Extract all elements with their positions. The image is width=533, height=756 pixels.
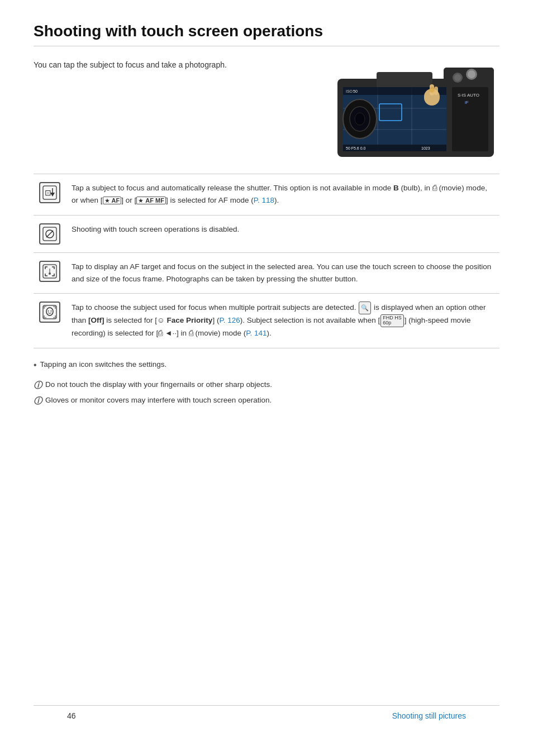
svg-text:50: 50 [353, 89, 358, 93]
link-p141[interactable]: P. 141 [246, 329, 266, 337]
camera-svg: ISO 50 50 F5.6 0.0 1023 S·IS AUTO iF [332, 56, 499, 162]
svg-text:1023: 1023 [421, 146, 430, 150]
bullet-dot: • [34, 358, 37, 372]
touch-af-shutter-icon: ⊡ [39, 182, 60, 203]
link-p118[interactable]: P. 118 [254, 196, 274, 204]
note-icon-2: ⓘ [34, 394, 42, 408]
svg-point-42 [48, 310, 49, 312]
svg-point-43 [51, 310, 52, 312]
link-p126[interactable]: P. 126 [219, 316, 240, 324]
footer-link[interactable]: Shooting still pictures [392, 711, 466, 720]
page-title: Shooting with touch screen operations [34, 22, 499, 46]
svg-point-41 [46, 308, 53, 315]
svg-text:ISO: ISO [346, 89, 353, 93]
note-section: ⓘ Do not touch the display with your fin… [34, 379, 499, 408]
note-icon-1: ⓘ [34, 379, 42, 392]
mode-desc-touch-af: Tap to display an AF target and focus on… [66, 252, 499, 294]
svg-point-20 [355, 113, 365, 125]
bullet-item: • Tapping an icon switches the settings. [34, 358, 499, 372]
bullet-section: • Tapping an icon switches the settings. [34, 358, 499, 372]
intro-text: You can tap the subject to focus and tak… [34, 56, 315, 71]
note-text-1: Do not touch the display with your finge… [45, 379, 272, 391]
page-wrapper: Shooting with touch screen operations Yo… [34, 22, 499, 737]
svg-text:iF: iF [465, 100, 469, 105]
footer-bar: 46 Shooting still pictures [34, 705, 499, 720]
mode-icon-cell [34, 252, 66, 294]
table-row: ⊡ Tap a subject to focus and automatical… [34, 174, 499, 216]
mode-desc-touch-af-shutter: Tap a subject to focus and automatically… [66, 174, 499, 216]
bullet-text: Tapping an icon switches the settings. [40, 358, 167, 371]
table-row: Tap to display an AF target and focus on… [34, 252, 499, 294]
mode-desc-disabled: Shooting with touch screen operations is… [66, 215, 499, 252]
note-item-2: ⓘ Gloves or monitor covers may interfere… [34, 394, 499, 408]
table-row: Tap to choose the subject used for focus… [34, 294, 499, 348]
page-number: 46 [67, 711, 76, 720]
note-item-1: ⓘ Do not touch the display with your fin… [34, 379, 499, 392]
svg-point-24 [429, 87, 435, 93]
touch-disabled-icon [39, 223, 60, 245]
camera-illustration: ISO 50 50 F5.6 0.0 1023 S·IS AUTO iF [332, 56, 499, 162]
intro-section: You can tap the subject to focus and tak… [34, 56, 499, 162]
mode-icon-cell [34, 215, 66, 252]
svg-text:50  F5.6  0.0: 50 F5.6 0.0 [346, 146, 366, 150]
fhd-icon: FHD HS60p [380, 314, 404, 328]
svg-point-26 [468, 70, 475, 78]
mode-desc-face-select: Tap to choose the subject used for focus… [66, 294, 499, 348]
svg-rect-2 [377, 72, 432, 89]
face-select-icon [39, 302, 60, 323]
svg-point-28 [454, 74, 461, 81]
svg-line-36 [46, 231, 53, 237]
table-row: Shooting with touch screen operations is… [34, 215, 499, 252]
mode-icon-cell [34, 294, 66, 348]
touch-af-icon [39, 261, 60, 282]
svg-text:S·IS AUTO: S·IS AUTO [458, 93, 479, 98]
svg-rect-23 [434, 87, 438, 95]
mode-table: ⊡ Tap a subject to focus and automatical… [34, 174, 499, 348]
note-text-2: Gloves or monitor covers may interfere w… [45, 394, 272, 406]
mode-icon-cell: ⊡ [34, 174, 66, 216]
face-icon-inline: 🔍 [359, 302, 371, 314]
svg-point-39 [49, 272, 51, 275]
